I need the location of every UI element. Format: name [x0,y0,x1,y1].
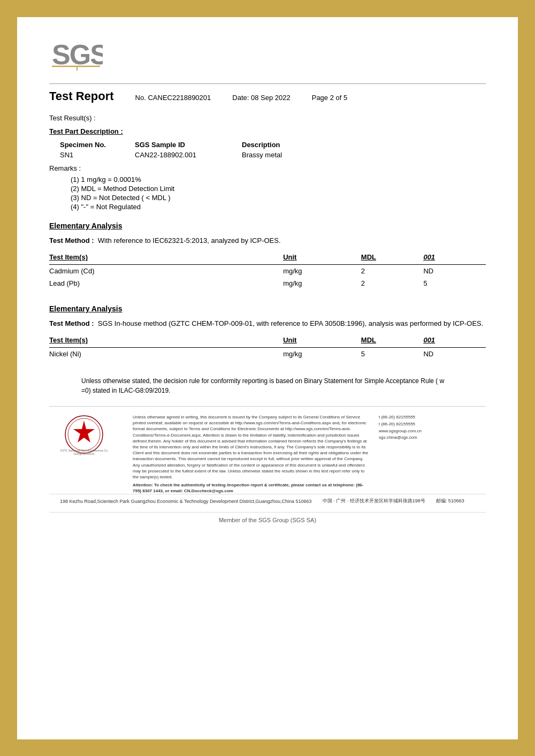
document: SGS Test Report No. CANEC2218890201 Date… [17,17,518,739]
footer-content: SGS-CSTC Standards Technical Services Co… [49,414,486,494]
section1-test-method: Test Method : With reference to IEC62321… [49,236,486,245]
header-section: SGS [49,39,486,73]
mdl-cadmium: 2 [361,265,424,278]
item-nickel: Nickel (Ni) [49,348,283,361]
unit-lead: mg/kg [283,277,361,289]
specimen-table: Specimen No. SGS Sample ID Description S… [60,141,486,159]
svg-text:SGS-CSTC Standards Technical S: SGS-CSTC Standards Technical Services Co… [60,449,108,452]
item-lead: Lead (Pb) [49,277,283,289]
col-header-unit1: Unit [283,252,361,265]
member-text: Member of the SGS Group (SGS SA) [219,517,316,523]
col-header-mdl2: MDL [361,335,424,348]
col-header-item1: Test Item(s) [49,252,283,265]
footer-statement: Unless otherwise stated, the decision ru… [81,376,454,395]
footer-disclaimer: Unless otherwise agreed in writing, this… [133,414,370,494]
val-nickel: ND [423,348,486,361]
remark-2: (2) MDL = Method Detection Limit [71,185,486,193]
col-header-specimen: Specimen No. [60,141,113,149]
item-cadmium: Cadmium (Cd) [49,265,283,278]
report-page: Page 2 of 5 [312,94,348,102]
table-row: Cadmium (Cd) mg/kg 2 ND [49,265,486,278]
col-header-val2: 001 [423,335,486,348]
specimen-desc: Brassy metal [242,151,327,159]
specimen-row-1: SN1 CAN22-188902.001 Brassy metal [60,151,486,159]
unit-cadmium: mg/kg [283,265,361,278]
section1-table-header: Test Item(s) Unit MDL 001 [49,252,486,265]
footer-fax: t (86-20) 82155555 [379,421,475,428]
test-results-label: Test Result(s) : [49,114,486,122]
sgs-sample-id: CAN22-188902.001 [135,151,220,159]
col-header-mdl1: MDL [361,252,424,265]
table-row: Lead (Pb) mg/kg 2 5 [49,277,486,289]
section2-table-header: Test Item(s) Unit MDL 001 [49,335,486,348]
remark-1: (1) 1 mg/kg = 0.0001% [71,175,486,184]
footer-bottom: Member of the SGS Group (SGS SA) [49,512,486,526]
remark-3: (3) ND = Not Detected ( < MDL ) [71,194,486,202]
footer-address-en: 198 Kezhu Road,Scientech Park Guangzhou … [60,499,312,504]
footer-logo: SGS-CSTC Standards Technical Services Co… [60,414,124,459]
specimen-header: Specimen No. SGS Sample ID Description [60,141,486,149]
report-date: Date: 08 Sep 2022 [232,94,290,102]
col-header-unit2: Unit [283,335,361,348]
table-row: Nickel (Ni) mg/kg 5 ND [49,348,486,361]
footer-tel: t (86-20) 82155555 [379,414,475,421]
col-header-desc: Description [242,141,327,149]
val-lead: 5 [423,277,486,289]
report-meta: No. CANEC2218890201 Date: 08 Sep 2022 Pa… [135,94,348,102]
footer-postcode: 邮编: 510663 [436,498,464,505]
report-no: No. CANEC2218890201 [135,94,211,102]
sgs-logo: SGS [49,39,103,71]
remark-4: (4) "-" = Not Regulated [71,203,486,211]
page-wrapper: SGS Test Report No. CANEC2218890201 Date… [11,11,524,746]
section2-heading: Elementary Analysis [49,304,486,313]
svg-marker-5 [73,421,95,442]
logo-area: SGS [49,39,113,73]
svg-text:Guangzhou Branch: Guangzhou Branch [74,453,95,455]
report-title: Test Report [49,89,114,103]
val-cadmium: ND [423,265,486,278]
mdl-nickel: 5 [361,348,424,361]
footer-email: sgs.china@sgs.com [379,434,475,441]
remarks-section: Remarks : (1) 1 mg/kg = 0.0001% (2) MDL … [49,164,486,211]
remarks-label: Remarks : [49,164,486,172]
col-header-val1: 001 [423,252,486,265]
test-part-desc-label: Test Part Description : [49,127,486,135]
unit-nickel: mg/kg [283,348,361,361]
footer-web: www.sgsgroup.com.cn [379,428,475,435]
footer-contact: t (86-20) 82155555 t (86-20) 82155555 ww… [379,414,475,441]
svg-text:SGS: SGS [52,39,103,70]
col-header-item2: Test Item(s) [49,335,283,348]
section1-results-table: Test Item(s) Unit MDL 001 Cadmium (Cd) m… [49,252,486,289]
col-header-sgsid: SGS Sample ID [135,141,220,149]
footer-bar: SGS-CSTC Standards Technical Services Co… [49,406,486,526]
footer-seal-icon: SGS-CSTC Standards Technical Services Co… [60,414,108,457]
section2-test-method: Test Method : SGS In-house method (GZTC … [49,319,486,327]
specimen-no: SN1 [60,151,113,159]
section1-heading: Elementary Analysis [49,222,486,230]
footer-address: 198 Kezhu Road,Scientech Park Guangzhou … [49,494,486,508]
mdl-lead: 2 [361,277,424,289]
section2-results-table: Test Item(s) Unit MDL 001 Nickel (Ni) mg… [49,335,486,360]
title-row: Test Report No. CANEC2218890201 Date: 08… [49,83,486,103]
footer-address-cn: 中国 · 广州 · 经济技术开发区科学城科珠路198号 [323,498,425,505]
